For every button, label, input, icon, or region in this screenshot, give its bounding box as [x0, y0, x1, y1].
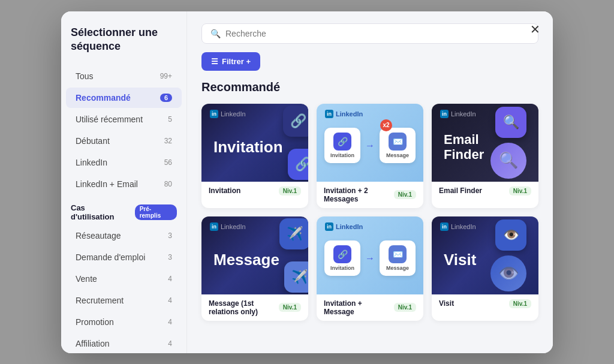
node-label: Invitation — [330, 152, 354, 158]
message-icon: ✉️ — [389, 245, 407, 263]
card-icons: ✈️ ✈️ — [279, 218, 308, 293]
card-invitation-2-messages[interactable]: in LinkedIn x2 🔗 Invitation → ✉️ — [317, 104, 423, 208]
sidebar-item-label: Recommandé — [76, 93, 131, 103]
linkedin-icon: in — [210, 110, 218, 118]
search-bar: 🔍 — [201, 23, 538, 44]
sidebar-item-linkedin-email[interactable]: LinkedIn + Email 80 — [66, 174, 182, 194]
card-email-finder[interactable]: in LinkedIn Email Finder 🔍 🔍 Email Finde… — [432, 104, 538, 208]
sidebar-item-label: Réseautage — [76, 231, 121, 240]
sidebar-item-label: LinkedIn + Email — [76, 179, 138, 189]
pre-remplis-badge: Pré-remplis — [135, 204, 177, 220]
sidebar-item-label: LinkedIn — [76, 158, 107, 167]
card-big-title: Visit — [444, 251, 476, 269]
linkedin-icon: in — [325, 222, 333, 231]
card-icons: 🔗 🔗 — [283, 106, 308, 180]
sidebar-item-label: Affiliation — [76, 339, 110, 348]
card-message[interactable]: in LinkedIn Message ✈️ ✈️ Message (1st r… — [201, 216, 308, 321]
sidebar-item-recrutement[interactable]: Recrutement 4 — [66, 290, 182, 311]
node-label: Message — [386, 265, 409, 271]
flow-container: 🔗 Invitation → ✉️ Message — [324, 128, 416, 163]
linkedin-icon: in — [440, 110, 449, 118]
sidebar-item-reseautage[interactable]: Réseautage 3 — [66, 225, 182, 246]
main-content: 🔍 ☰ Filtrer + Recommandé in LinkedIn — [187, 11, 553, 353]
modal: ✕ Sélectionner une séquence Tous 99+ Rec… — [61, 11, 553, 353]
card-image-invitation: in LinkedIn Invitation 🔗 🔗 — [201, 104, 308, 182]
sidebar-item-affiliation[interactable]: Affiliation 4 — [66, 333, 182, 353]
card-image-inv2: in LinkedIn x2 🔗 Invitation → ✉️ — [317, 104, 423, 182]
card-big-title: Email Finder — [444, 133, 490, 161]
niv-badge: Niv.1 — [394, 190, 416, 199]
card-image-message: in LinkedIn Message ✈️ ✈️ — [201, 216, 308, 294]
sidebar-item-badge: 80 — [164, 180, 172, 188]
filter-icon: ☰ — [211, 57, 218, 66]
sidebar-item-label: Utilisé récemment — [76, 115, 143, 124]
sidebar-item-badge: 3 — [168, 253, 172, 261]
sidebar-item-recommande[interactable]: Recommandé 6 — [66, 88, 182, 108]
linkedin-tag: in LinkedIn — [325, 110, 363, 118]
card-footer: Email Finder Niv.1 — [432, 182, 538, 200]
flow-node-invitation: 🔗 Invitation — [324, 240, 360, 276]
sidebar-title: Sélectionner une séquence — [61, 26, 186, 66]
card-icons: 🔍 🔍 — [490, 107, 526, 179]
niv-badge: Niv.1 — [394, 303, 416, 312]
card-footer: Message (1st relations only) Niv.1 — [201, 294, 308, 321]
sidebar-item-badge: 99+ — [160, 72, 172, 80]
eye-big-icon: 👁️ — [490, 255, 526, 291]
card-footer: Invitation + Message Niv.1 — [317, 294, 423, 321]
cards-grid: in LinkedIn Invitation 🔗 🔗 Invitation Ni… — [201, 104, 538, 321]
sidebar-item-badge: 3 — [168, 231, 172, 240]
eye-icon: 👁️ — [495, 219, 526, 251]
sidebar-item-badge: 4 — [168, 339, 172, 348]
search-input[interactable] — [225, 29, 529, 38]
paper-plane-icon-2: ✈️ — [284, 261, 308, 293]
filter-button[interactable]: ☰ Filtrer + — [201, 52, 260, 71]
linkedin-tag: in LinkedIn — [440, 222, 476, 231]
close-button[interactable]: ✕ — [526, 21, 543, 38]
sidebar-item-vente[interactable]: Vente 4 — [66, 269, 182, 289]
sidebar: Sélectionner une séquence Tous 99+ Recom… — [61, 11, 187, 353]
sidebar-item-promotion[interactable]: Promotion 4 — [66, 312, 182, 332]
node-label: Invitation — [330, 265, 354, 271]
niv-badge: Niv.1 — [509, 186, 531, 195]
sidebar-item-label: Promotion — [76, 317, 114, 327]
section-title: Recommandé — [201, 80, 538, 94]
flow-node-message: ✉️ Message — [380, 128, 416, 163]
card-image-inv-msg: in LinkedIn 🔗 Invitation → ✉️ Messag — [317, 216, 423, 294]
sidebar-item-label: Tous — [76, 71, 94, 81]
linkedin-icon: in — [440, 222, 449, 231]
niv-badge: Niv.1 — [279, 186, 301, 195]
sidebar-item-badge: 4 — [168, 275, 172, 283]
cas-utilisation-section: Cas d'utilisation Pré-remplis — [61, 195, 186, 225]
search-big-icon: 🔍 — [490, 143, 526, 179]
sidebar-item-linkedin[interactable]: LinkedIn 56 — [66, 152, 182, 173]
sidebar-item-badge: 56 — [164, 158, 172, 167]
card-invitation-message[interactable]: in LinkedIn 🔗 Invitation → ✉️ Messag — [317, 216, 423, 321]
sidebar-item-demande-emploi[interactable]: Demande d'emploi 3 — [66, 247, 182, 267]
sidebar-item-tous[interactable]: Tous 99+ — [66, 66, 182, 86]
sidebar-item-badge: 4 — [168, 318, 172, 326]
flow-node-invitation: 🔗 Invitation — [324, 128, 360, 163]
link-icon: 🔗 — [333, 245, 351, 263]
paper-plane-icon: ✈️ — [279, 218, 308, 249]
card-visit[interactable]: in LinkedIn Visit 👁️ 👁️ Visit Niv.1 — [432, 216, 538, 321]
card-label: Invitation — [209, 186, 240, 195]
node-label: Message — [386, 152, 409, 158]
sidebar-item-utilise-recemment[interactable]: Utilisé récemment 5 — [66, 109, 182, 130]
sidebar-item-debutant[interactable]: Débutant 32 — [66, 131, 182, 151]
flow-container: 🔗 Invitation → ✉️ Message — [324, 240, 416, 276]
linkedin-tag: in LinkedIn — [325, 222, 363, 231]
card-footer: Visit Niv.1 — [432, 294, 538, 313]
card-image-visit: in LinkedIn Visit 👁️ 👁️ — [432, 216, 538, 294]
flow-arrow: → — [365, 253, 375, 264]
flow-node-message: ✉️ Message — [380, 240, 416, 276]
sidebar-item-label: Recrutement — [76, 296, 124, 305]
card-icons: 👁️ 👁️ — [490, 219, 526, 291]
linkedin-icon: in — [210, 222, 218, 231]
x2-badge: x2 — [380, 119, 392, 131]
card-invitation[interactable]: in LinkedIn Invitation 🔗 🔗 Invitation Ni… — [201, 104, 308, 208]
sidebar-item-label: Vente — [76, 274, 97, 284]
card-image-email: in LinkedIn Email Finder 🔍 🔍 — [432, 104, 538, 182]
search-icon: 🔍 — [210, 29, 221, 38]
linkedin-icon: in — [325, 110, 333, 118]
card-label: Invitation + Message — [324, 299, 394, 316]
